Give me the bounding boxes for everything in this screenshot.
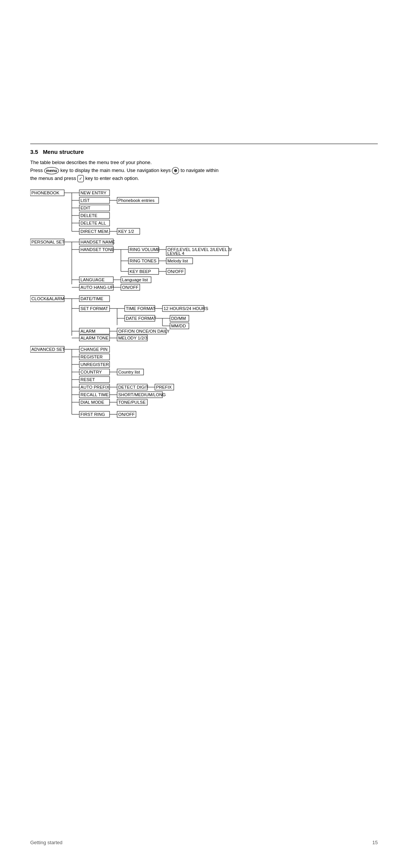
svg-text:DELETE ALL: DELETE ALL xyxy=(80,221,106,225)
svg-text:ALARM: ALARM xyxy=(80,329,96,333)
svg-text:AUTO HANG-UP: AUTO HANG-UP xyxy=(80,285,114,290)
svg-text:HANDSET NAME: HANDSET NAME xyxy=(80,240,115,244)
svg-text:CHANGE PIN: CHANGE PIN xyxy=(80,347,108,352)
svg-text:RECALL TIME: RECALL TIME xyxy=(80,392,109,397)
nav-key-icon: ⊕ xyxy=(172,167,179,175)
svg-text:LIST: LIST xyxy=(80,198,90,203)
section-title: 3.5 Menu structure xyxy=(30,149,378,155)
svg-text:TIME FORMAT: TIME FORMAT xyxy=(126,306,155,311)
svg-text:UNREGISTER: UNREGISTER xyxy=(80,362,109,367)
svg-text:RING VOLUME: RING VOLUME xyxy=(130,247,160,252)
svg-text:KEY 1/2: KEY 1/2 xyxy=(118,229,134,234)
section-number: 3.5 xyxy=(30,149,38,155)
svg-text:FIRST RING: FIRST RING xyxy=(80,412,105,417)
svg-text:ON/OFF: ON/OFF xyxy=(167,269,184,274)
svg-text:MELODY 1/2/3: MELODY 1/2/3 xyxy=(118,336,147,340)
svg-text:DATE FORMAT: DATE FORMAT xyxy=(126,316,156,321)
section-heading: Menu structure xyxy=(43,149,83,155)
page-footer: Getting started 15 xyxy=(30,832,378,845)
svg-text:DIAL MODE: DIAL MODE xyxy=(80,400,104,405)
svg-text:HANDSET TONE: HANDSET TONE xyxy=(80,247,114,252)
intro-post: to navigate within xyxy=(181,167,218,173)
top-spacer xyxy=(30,23,378,144)
menu-key-icon: menu xyxy=(44,167,59,175)
intro-text: The table below describes the menu tree … xyxy=(30,159,378,182)
svg-text:LEVEL 4: LEVEL 4 xyxy=(167,251,185,256)
svg-text:PREFIX: PREFIX xyxy=(156,385,172,389)
menu-tree-diagram: PHONEBOOK NEW ENTRY LIST Phonebook entri… xyxy=(30,189,340,476)
svg-text:PHONEBOOK: PHONEBOOK xyxy=(31,191,59,195)
svg-text:ON/OFF: ON/OFF xyxy=(122,285,138,290)
svg-text:REGISTER: REGISTER xyxy=(80,355,103,359)
footer-left: Getting started xyxy=(30,840,62,845)
tree-svg: PHONEBOOK NEW ENTRY LIST Phonebook entri… xyxy=(30,189,340,476)
intro-mid: key to display the main menu. Use naviga… xyxy=(60,167,171,173)
ok-key-icon: ✓ xyxy=(77,175,84,183)
svg-text:DIRECT MEM.: DIRECT MEM. xyxy=(80,229,109,234)
svg-text:TONE/PULSE: TONE/PULSE xyxy=(118,400,146,405)
svg-text:12 HOURS/24 HOURS: 12 HOURS/24 HOURS xyxy=(164,306,209,311)
svg-text:EDIT: EDIT xyxy=(80,206,90,210)
page: 3.5 Menu structure The table below descr… xyxy=(0,0,408,868)
svg-text:DATE/TIME: DATE/TIME xyxy=(80,296,104,301)
section-divider xyxy=(30,144,378,144)
svg-text:SHORT/MEDIUM/LONG: SHORT/MEDIUM/LONG xyxy=(118,392,166,397)
svg-text:RING TONES: RING TONES xyxy=(130,259,156,263)
svg-text:AUTO PREFIX: AUTO PREFIX xyxy=(80,385,110,389)
footer-right: 15 xyxy=(372,840,378,845)
svg-text:ADVANCED SET: ADVANCED SET xyxy=(31,347,65,352)
svg-text:COUNTRY: COUNTRY xyxy=(80,370,102,374)
svg-text:RESET: RESET xyxy=(80,377,95,382)
svg-text:ALARM TONE: ALARM TONE xyxy=(80,336,109,340)
intro-pre: Press xyxy=(30,167,43,173)
svg-text:Phonebook entries: Phonebook entries xyxy=(118,198,155,203)
svg-text:PERSONAL SET: PERSONAL SET xyxy=(31,240,65,244)
intro-line3-post: key to enter each option. xyxy=(85,175,139,181)
svg-text:DETECT DIGIT: DETECT DIGIT xyxy=(118,385,148,389)
svg-text:DELETE: DELETE xyxy=(80,213,97,218)
intro-line1: The table below describes the menu tree … xyxy=(30,160,152,165)
svg-text:OFF/ON ONCE/ON DAILY: OFF/ON ONCE/ON DAILY xyxy=(118,329,170,333)
svg-text:DD/MM: DD/MM xyxy=(171,316,186,321)
svg-text:ON/OFF: ON/OFF xyxy=(118,412,134,417)
svg-text:NEW ENTRY: NEW ENTRY xyxy=(80,191,107,195)
svg-text:KEY BEEP: KEY BEEP xyxy=(130,269,151,274)
svg-text:MM/DD: MM/DD xyxy=(171,324,186,328)
svg-text:Melody list: Melody list xyxy=(167,259,188,263)
svg-text:CLOCK&ALARM: CLOCK&ALARM xyxy=(31,296,64,301)
svg-text:Language list: Language list xyxy=(122,277,148,282)
svg-text:Country list: Country list xyxy=(118,370,140,374)
svg-text:SET FORMAT: SET FORMAT xyxy=(80,306,108,311)
intro-line3-pre: the menus and press xyxy=(30,175,76,181)
svg-text:LANGUAGE: LANGUAGE xyxy=(80,277,105,282)
